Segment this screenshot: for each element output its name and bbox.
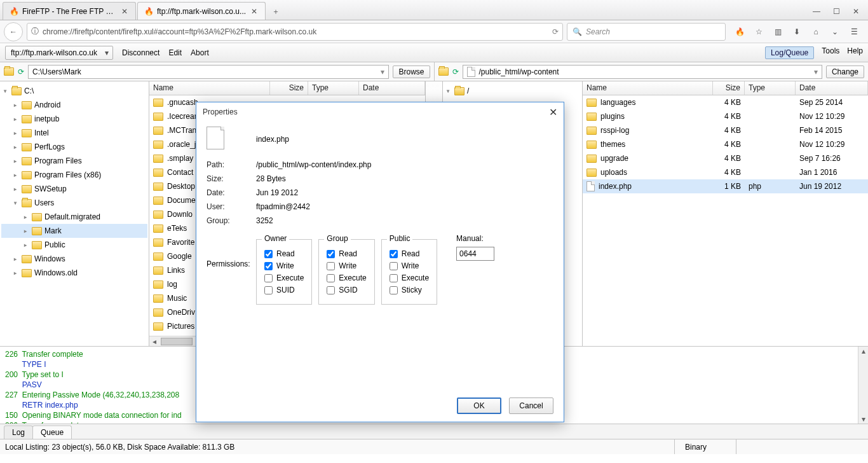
close-window-icon[interactable]: ✕ bbox=[853, 7, 859, 16]
abort-link[interactable]: Abort bbox=[191, 48, 209, 57]
local-list-header[interactable]: Name Size Type Date bbox=[149, 81, 425, 95]
list-row[interactable]: plugins4 KBNov 12 10:29 bbox=[583, 109, 868, 123]
twisty-icon[interactable]: ▸ bbox=[11, 156, 19, 165]
refresh-icon[interactable]: ⟳ bbox=[452, 67, 459, 76]
col-size[interactable]: Size bbox=[713, 81, 745, 95]
tree-row[interactable]: ▸Program Files bbox=[1, 154, 147, 168]
vertical-scrollbar[interactable]: ▴▾ bbox=[858, 347, 868, 424]
change-button[interactable]: Change bbox=[826, 66, 864, 78]
downloads-icon[interactable]: ⬇ bbox=[792, 27, 802, 36]
twisty-icon[interactable]: ▸ bbox=[11, 114, 19, 123]
col-type[interactable]: Type bbox=[745, 81, 796, 95]
tab-log[interactable]: Log bbox=[4, 425, 33, 439]
browser-tab[interactable]: 🔥 ftp://ftp.mark-wilson.co.u... ✕ bbox=[137, 2, 266, 20]
list-row[interactable]: upgrade4 KBSep 7 16:26 bbox=[583, 151, 868, 165]
close-icon[interactable]: ✕ bbox=[549, 106, 557, 118]
extension-icon[interactable]: 🔥 bbox=[735, 27, 745, 36]
twisty-icon[interactable]: ▸ bbox=[22, 240, 29, 249]
list-row[interactable]: themes4 KBNov 12 10:29 bbox=[583, 137, 868, 151]
twisty-icon[interactable]: ▸ bbox=[11, 142, 19, 151]
tree-row[interactable]: ▸Intel bbox=[1, 126, 147, 140]
local-path-input[interactable]: C:\Users\Mark ▾ bbox=[28, 65, 389, 79]
tree-row[interactable]: ▾C:\ bbox=[1, 84, 147, 98]
list-row[interactable]: uploads4 KBJan 1 2016 bbox=[583, 165, 868, 179]
close-icon[interactable]: ✕ bbox=[250, 7, 259, 16]
list-row[interactable]: languages4 KBSep 25 2014 bbox=[583, 95, 868, 109]
twisty-icon[interactable]: ▾ bbox=[444, 86, 452, 95]
twisty-icon[interactable]: ▸ bbox=[11, 100, 19, 109]
col-name[interactable]: Name bbox=[149, 81, 270, 95]
list-row[interactable]: rsspi-log4 KBFeb 14 2015 bbox=[583, 123, 868, 137]
group-read[interactable]: Read bbox=[327, 249, 366, 258]
url-bar[interactable]: ⓘ chrome://fireftp/content/fireftp.xul#a… bbox=[27, 23, 563, 41]
chevron-down-icon[interactable]: ▾ bbox=[381, 67, 384, 76]
owner-execute[interactable]: Execute bbox=[264, 273, 304, 282]
col-size[interactable]: Size bbox=[270, 81, 308, 95]
group-execute[interactable]: Execute bbox=[327, 273, 366, 282]
twisty-icon[interactable]: ▾ bbox=[1, 86, 9, 95]
col-name[interactable]: Name bbox=[583, 81, 713, 95]
reload-icon[interactable]: ⟳ bbox=[552, 27, 559, 36]
back-button[interactable]: ← bbox=[4, 22, 23, 41]
close-icon[interactable]: ✕ bbox=[120, 7, 129, 16]
pocket-icon[interactable]: ⌄ bbox=[830, 27, 840, 36]
tab-queue[interactable]: Queue bbox=[32, 425, 72, 439]
remote-list-body[interactable]: languages4 KBSep 25 2014plugins4 KBNov 1… bbox=[583, 95, 868, 346]
scrollbar-thumb[interactable] bbox=[161, 338, 193, 345]
col-type[interactable]: Type bbox=[308, 81, 359, 95]
twisty-icon[interactable]: ▾ bbox=[11, 198, 19, 207]
list-row[interactable]: index.php1 KBphpJun 19 2012 bbox=[583, 179, 868, 193]
twisty-icon[interactable]: ▸ bbox=[22, 212, 29, 221]
home-icon[interactable]: ⌂ bbox=[811, 27, 821, 36]
tree-row[interactable]: ▸inetpub bbox=[1, 112, 147, 126]
new-tab-button[interactable]: ＋ bbox=[267, 3, 285, 20]
tree-row[interactable]: ▸Android bbox=[1, 98, 147, 112]
bookmark-icon[interactable]: ☆ bbox=[754, 27, 764, 36]
tree-row[interactable]: ▸Program Files (x86) bbox=[1, 168, 147, 182]
tree-row[interactable]: ▸Windows bbox=[1, 252, 147, 266]
group-write[interactable]: Write bbox=[327, 261, 366, 270]
public-read[interactable]: Read bbox=[390, 249, 429, 258]
disconnect-link[interactable]: Disconnect bbox=[122, 48, 159, 57]
twisty-icon[interactable]: ▸ bbox=[11, 128, 19, 137]
account-dropdown[interactable]: ftp://ftp.mark-wilson.co.uk bbox=[5, 46, 113, 60]
tools-link[interactable]: Tools bbox=[822, 46, 839, 59]
tree-row[interactable]: ▸Windows.old bbox=[1, 266, 147, 280]
scroll-left-icon[interactable]: ◂ bbox=[149, 337, 159, 346]
tree-row[interactable]: ▸PerfLogs bbox=[1, 140, 147, 154]
group-sgid[interactable]: SGID bbox=[327, 286, 366, 294]
log-queue-toggle[interactable]: Log/Queue bbox=[765, 46, 814, 59]
tree-row[interactable]: ▸SWSetup bbox=[1, 182, 147, 196]
remote-list-header[interactable]: Name Size Type Date bbox=[583, 81, 868, 95]
twisty-icon[interactable]: ▸ bbox=[11, 254, 19, 263]
local-tree[interactable]: ▾C:\▸Android▸inetpub▸Intel▸PerfLogs▸Prog… bbox=[0, 81, 149, 346]
browse-button[interactable]: Browse bbox=[393, 66, 430, 78]
search-box[interactable]: 🔍 Search bbox=[567, 23, 726, 41]
owner-write[interactable]: Write bbox=[264, 261, 304, 270]
public-write[interactable]: Write bbox=[390, 261, 429, 270]
tree-row[interactable]: ▾/ bbox=[444, 84, 581, 98]
help-link[interactable]: Help bbox=[847, 46, 863, 59]
tree-row[interactable]: ▸Mark bbox=[1, 224, 147, 238]
remote-path-input[interactable]: /public_html/wp-content ▾ bbox=[463, 65, 822, 79]
browser-tab[interactable]: 🔥 FireFTP - The Free FTP Cli... ✕ bbox=[3, 2, 136, 20]
cancel-button[interactable]: Cancel bbox=[509, 397, 553, 414]
twisty-icon[interactable]: ▸ bbox=[11, 170, 19, 179]
public-sticky[interactable]: Sticky bbox=[390, 286, 429, 294]
ok-button[interactable]: OK bbox=[457, 397, 501, 414]
chevron-down-icon[interactable]: ▾ bbox=[814, 67, 818, 76]
owner-suid[interactable]: SUID bbox=[264, 286, 304, 294]
col-date[interactable]: Date bbox=[796, 81, 868, 95]
twisty-icon[interactable]: ▸ bbox=[11, 184, 19, 193]
tree-row[interactable]: ▸Default.migrated bbox=[1, 210, 147, 224]
public-execute[interactable]: Execute bbox=[390, 273, 429, 282]
owner-read[interactable]: Read bbox=[264, 249, 304, 258]
twisty-icon[interactable]: ▸ bbox=[22, 226, 29, 235]
maximize-icon[interactable]: ☐ bbox=[833, 7, 840, 16]
refresh-icon[interactable]: ⟳ bbox=[18, 67, 24, 76]
tree-row[interactable]: ▾Users bbox=[1, 196, 147, 210]
menu-icon[interactable]: ☰ bbox=[849, 27, 859, 36]
manual-input[interactable] bbox=[456, 247, 494, 261]
edit-link[interactable]: Edit bbox=[168, 48, 182, 57]
twisty-icon[interactable]: ▸ bbox=[11, 268, 19, 277]
